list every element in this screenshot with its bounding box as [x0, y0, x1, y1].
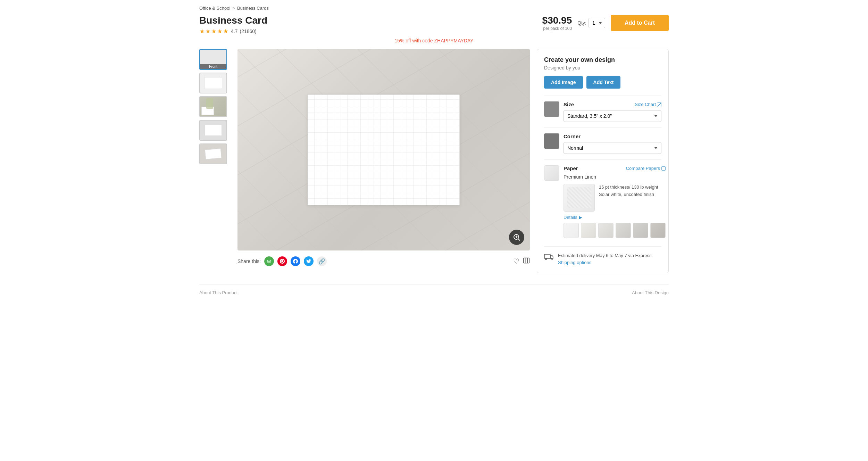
qty-label: Qty:: [577, 20, 586, 26]
design-subtitle: Designed by you: [544, 65, 661, 71]
thumbnail-item[interactable]: [199, 143, 227, 164]
share-bar: Share this: ✉ 🔗 ♡: [237, 252, 530, 270]
paper-swatch: [544, 165, 559, 181]
breadcrumb-separator: >: [232, 6, 235, 11]
svg-rect-4: [524, 258, 529, 263]
add-text-button[interactable]: Add Text: [586, 76, 621, 89]
share-email-icon[interactable]: ✉: [264, 256, 274, 266]
share-left: Share this: ✉ 🔗: [237, 256, 327, 266]
svg-line-1: [518, 239, 520, 240]
product-title-block: Business Card ★★★★★ 4.7 (21860): [199, 15, 267, 35]
share-link-icon[interactable]: 🔗: [317, 256, 327, 266]
corner-select[interactable]: Normal Rounded: [564, 142, 661, 154]
product-title: Business Card: [199, 15, 267, 26]
price-subtitle: per pack of 100: [542, 26, 572, 31]
breadcrumb-current: Business Cards: [237, 6, 269, 11]
design-buttons: Add Image Add Text: [544, 76, 661, 89]
qty-select[interactable]: 1 2 3 4 5: [589, 18, 605, 28]
svg-point-9: [545, 258, 547, 260]
size-option-content: Size Size Chart Standard, 3.5" x 2.0": [564, 101, 661, 122]
paper-swatch-3[interactable]: [598, 223, 614, 238]
review-count[interactable]: (21860): [240, 28, 256, 34]
compare-button[interactable]: [523, 257, 530, 266]
right-panel: Create your own design Designed by you A…: [537, 49, 669, 273]
paper-swatch-6[interactable]: [650, 223, 666, 238]
product-image: [237, 49, 530, 250]
paper-info: 16 pt thickness/ 130 lb weight Solar whi…: [599, 184, 666, 212]
corner-option-content: Corner Normal Rounded: [564, 133, 661, 154]
compare-papers-link[interactable]: Compare Papers: [626, 166, 666, 171]
rating-value: 4.7: [231, 28, 237, 34]
size-label: Size: [564, 101, 574, 107]
share-label: Share this:: [237, 258, 261, 264]
share-facebook-icon[interactable]: [291, 256, 300, 266]
thumbnail-list: Front: [199, 49, 231, 273]
shipping-options-link[interactable]: Shipping options: [558, 260, 591, 265]
corner-swatch: [544, 133, 559, 149]
corner-option-row: Corner Normal Rounded: [544, 127, 661, 159]
paper-details-link[interactable]: Details ▶: [564, 215, 582, 220]
thumbnail-item[interactable]: Front: [199, 49, 227, 70]
thumbnail-item[interactable]: [199, 73, 227, 93]
share-pinterest-icon[interactable]: [277, 256, 287, 266]
price-block: $30.95 per pack of 100: [542, 15, 572, 31]
design-section: Create your own design Designed by you A…: [537, 49, 669, 273]
share-right: ♡: [513, 257, 530, 266]
thumbnail-item[interactable]: [199, 96, 227, 117]
product-price: $30.95: [542, 15, 572, 26]
svg-rect-7: [662, 167, 665, 170]
promo-banner: 15% off with code ZHAPPYMAYDAY: [199, 38, 669, 43]
paper-swatches-row: [564, 223, 666, 238]
delivery-row: Estimated delivery May 6 to May 7 via Ex…: [544, 246, 661, 266]
paper-detail-box: 16 pt thickness/ 130 lb weight Solar whi…: [564, 184, 666, 212]
wishlist-button[interactable]: ♡: [513, 257, 519, 265]
size-chart-link[interactable]: Size Chart: [635, 102, 661, 107]
qty-block: Qty: 1 2 3 4 5: [577, 18, 605, 28]
delivery-truck-icon: [544, 253, 554, 263]
about-section: About This Product About This Design: [199, 284, 669, 295]
paper-option-content: Paper Compare Papers Premium Linen: [564, 165, 666, 238]
size-select[interactable]: Standard, 3.5" x 2.0": [564, 110, 661, 122]
star-rating: ★★★★★: [199, 27, 229, 35]
thumbnail-label: Front: [200, 64, 226, 69]
size-swatch: [544, 101, 559, 117]
price-cart-block: $30.95 per pack of 100 Qty: 1 2 3 4 5 Ad…: [542, 15, 669, 31]
about-product[interactable]: About This Product: [199, 290, 237, 295]
size-option-row: Size Size Chart Standard, 3.5" x 2.0": [544, 96, 661, 127]
paper-label: Paper: [564, 165, 578, 171]
thumbnail-item[interactable]: [199, 120, 227, 141]
breadcrumb: Office & School > Business Cards: [199, 6, 669, 11]
svg-point-10: [551, 258, 552, 260]
paper-swatch-2[interactable]: [581, 223, 596, 238]
paper-swatch-4[interactable]: [616, 223, 631, 238]
paper-image: [564, 184, 595, 212]
rating-row: ★★★★★ 4.7 (21860): [199, 27, 267, 35]
paper-finish: Solar white, uncoated finish: [599, 191, 666, 198]
paper-swatch-5[interactable]: [633, 223, 648, 238]
paper-name: Premium Linen: [564, 174, 666, 180]
add-to-cart-button[interactable]: Add to Cart: [611, 15, 669, 31]
breadcrumb-home[interactable]: Office & School: [199, 6, 230, 11]
delivery-text: Estimated delivery May 6 to May 7 via Ex…: [558, 252, 653, 266]
paper-thickness: 16 pt thickness/ 130 lb weight: [599, 184, 666, 191]
paper-swatch-1[interactable]: [564, 223, 579, 238]
paper-option-row: Paper Compare Papers Premium Linen: [544, 159, 661, 244]
main-image-block: Share this: ✉ 🔗 ♡: [237, 49, 530, 273]
about-design[interactable]: About This Design: [632, 290, 669, 295]
card-preview: [308, 94, 460, 205]
design-title: Create your own design: [544, 56, 661, 64]
corner-label: Corner: [564, 133, 581, 139]
share-twitter-icon[interactable]: [304, 256, 314, 266]
svg-rect-8: [544, 254, 550, 258]
zoom-button[interactable]: [509, 230, 524, 245]
add-image-button[interactable]: Add Image: [544, 76, 583, 89]
